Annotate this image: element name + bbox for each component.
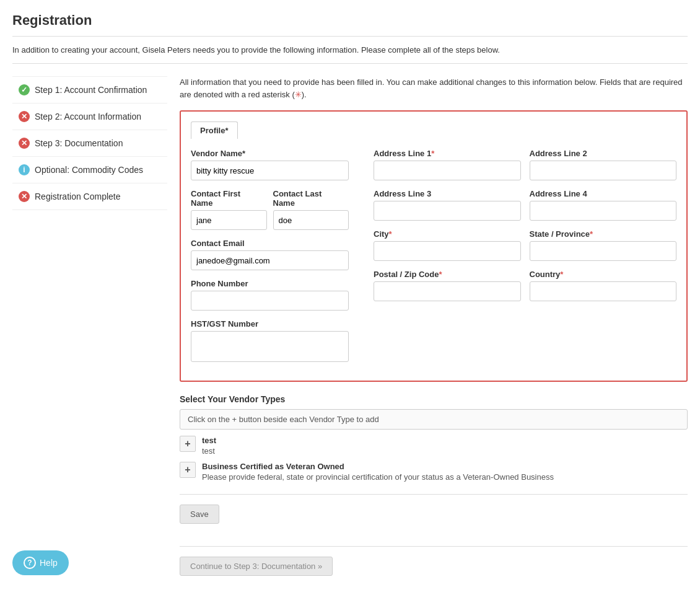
address2-label: Address Line 2 xyxy=(530,149,677,158)
vendor-types-section: Select Your Vendor Types Click on the + … xyxy=(180,394,688,482)
sidebar-item-label-step2: Step 2: Account Information xyxy=(35,112,141,121)
vendor-name-input[interactable] xyxy=(191,161,349,180)
contact-email-input[interactable] xyxy=(191,250,349,270)
address3-label: Address Line 3 xyxy=(374,189,521,198)
country-input[interactable] xyxy=(530,281,677,301)
contact-email-group: Contact Email xyxy=(191,239,349,270)
contact-last-label: Contact LastName xyxy=(273,189,349,208)
vendor-type-hint: Click on the + button beside each Vendor… xyxy=(180,409,688,430)
sidebar: ✓ Step 1: Account Confirmation ✕ Step 2:… xyxy=(12,76,180,576)
country-group: Country* xyxy=(530,270,677,301)
add-vendor-type-1-button[interactable]: + xyxy=(180,462,196,478)
intro-text: In addition to creating your account, Gi… xyxy=(12,45,688,55)
optional-icon: i xyxy=(19,164,30,175)
vendor-name-label: Vendor Name* xyxy=(191,149,349,158)
vendor-type-desc-1: Please provide federal, state or provinc… xyxy=(202,472,554,482)
contact-first-label: Contact FirstName xyxy=(191,189,267,208)
help-button[interactable]: ? Help xyxy=(12,550,69,575)
state-group: State / Province* xyxy=(530,229,677,261)
address1-input[interactable] xyxy=(374,161,521,180)
address-grid: Address Line 1* Address Line 2 Address L… xyxy=(374,149,676,310)
state-input[interactable] xyxy=(530,241,677,261)
city-label: City* xyxy=(374,229,521,239)
sidebar-item-label-complete: Registration Complete xyxy=(35,192,121,201)
page-title: Registration xyxy=(12,12,688,29)
sidebar-item-step1[interactable]: ✓ Step 1: Account Confirmation xyxy=(12,76,167,104)
phone-group: Phone Number xyxy=(191,279,349,311)
content-area: All information that you need to provide… xyxy=(180,76,688,576)
step2-icon: ✕ xyxy=(19,111,30,122)
vendor-type-text-0: test test xyxy=(202,436,216,456)
address2-group: Address Line 2 xyxy=(530,149,677,180)
continue-button[interactable]: Continue to Step 3: Documentation » xyxy=(180,557,333,576)
address4-group: Address Line 4 xyxy=(530,189,677,221)
address3-group: Address Line 3 xyxy=(374,189,521,221)
form-left-column: Vendor Name* Contact FirstName Contact L… xyxy=(191,149,349,371)
vendor-types-label: Select Your Vendor Types xyxy=(180,394,688,404)
postal-group: Postal / Zip Code* xyxy=(374,270,521,301)
intro-divider xyxy=(12,63,688,64)
address4-input[interactable] xyxy=(530,201,677,221)
sidebar-item-step2[interactable]: ✕ Step 2: Account Information xyxy=(12,104,167,130)
city-input[interactable] xyxy=(374,241,521,261)
postal-input[interactable] xyxy=(374,281,521,301)
contact-first-group: Contact FirstName xyxy=(191,189,267,230)
address3-input[interactable] xyxy=(374,201,521,221)
address4-label: Address Line 4 xyxy=(530,189,677,198)
profile-tab: Profile* xyxy=(191,121,238,139)
vendor-type-text-1: Business Certified as Veteran Owned Plea… xyxy=(202,462,554,482)
contact-last-input[interactable] xyxy=(273,210,349,230)
sidebar-item-optional[interactable]: i Optional: Commodity Codes xyxy=(12,157,167,183)
help-label: Help xyxy=(40,558,58,568)
contact-email-label: Contact Email xyxy=(191,239,349,248)
phone-label: Phone Number xyxy=(191,279,349,288)
hst-group: HST/GST Number xyxy=(191,319,349,362)
phone-input[interactable] xyxy=(191,291,349,311)
sidebar-item-label-step1: Step 1: Account Confirmation xyxy=(35,85,147,95)
vendor-type-name-0: test xyxy=(202,436,216,445)
sidebar-item-label-optional: Optional: Commodity Codes xyxy=(35,165,143,175)
title-divider xyxy=(12,36,688,37)
name-row: Contact FirstName Contact LastName xyxy=(191,189,349,239)
info-text: All information that you need to provide… xyxy=(180,76,688,100)
hst-label: HST/GST Number xyxy=(191,319,349,329)
sidebar-item-label-step3: Step 3: Documentation xyxy=(35,138,123,148)
save-divider xyxy=(180,494,688,495)
country-label: Country* xyxy=(530,270,677,279)
vendor-type-item-1: + Business Certified as Veteran Owned Pl… xyxy=(180,462,688,482)
vendor-type-name-1: Business Certified as Veteran Owned xyxy=(202,462,554,471)
city-group: City* xyxy=(374,229,521,261)
contact-last-group: Contact LastName xyxy=(273,189,349,230)
address1-group: Address Line 1* xyxy=(374,149,521,180)
sidebar-item-step3[interactable]: ✕ Step 3: Documentation xyxy=(12,130,167,157)
address1-label: Address Line 1* xyxy=(374,149,521,158)
sidebar-item-complete[interactable]: ✕ Registration Complete xyxy=(12,183,167,210)
address2-input[interactable] xyxy=(530,161,677,180)
state-label: State / Province* xyxy=(530,229,677,239)
profile-box: Profile* Vendor Name* Contact FirstName xyxy=(180,110,688,382)
step3-icon: ✕ xyxy=(19,138,30,149)
step1-icon: ✓ xyxy=(19,84,30,95)
help-icon: ? xyxy=(24,557,36,569)
save-button[interactable]: Save xyxy=(180,505,219,524)
postal-label: Postal / Zip Code* xyxy=(374,270,521,279)
continue-divider xyxy=(180,546,688,547)
complete-icon: ✕ xyxy=(19,191,30,202)
vendor-type-item-0: + test test xyxy=(180,436,688,456)
form-right-column: Address Line 1* Address Line 2 Address L… xyxy=(374,149,676,371)
vendor-type-desc-0: test xyxy=(202,446,216,456)
hst-input[interactable] xyxy=(191,331,349,362)
contact-first-input[interactable] xyxy=(191,210,267,230)
vendor-name-group: Vendor Name* xyxy=(191,149,349,180)
asterisk-symbol: ✳ xyxy=(295,90,302,99)
add-vendor-type-0-button[interactable]: + xyxy=(180,436,196,452)
